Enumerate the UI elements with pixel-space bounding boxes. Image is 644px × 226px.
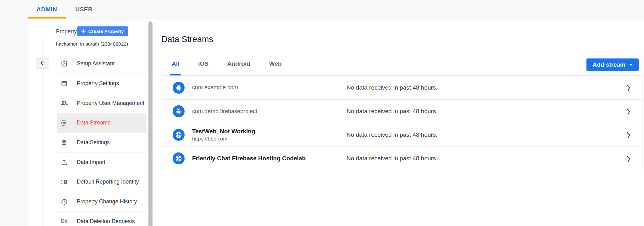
stream-list: com.example.com No data received in past…	[162, 76, 642, 170]
property-menu: Setup Assistant Property Settings Proper…	[57, 54, 147, 226]
history-icon	[60, 198, 68, 206]
sidebar-item-label: Data Streams	[77, 119, 110, 126]
android-stream-icon	[173, 105, 185, 117]
database-icon	[60, 139, 68, 146]
tab-android[interactable]: Android	[227, 52, 250, 75]
sidebar-item-label: Setup Assistant	[77, 60, 115, 67]
dd-icon: Dd	[60, 218, 68, 225]
data-streams-icon	[60, 119, 68, 127]
sidebar-item-data-settings[interactable]: Data Settings	[57, 133, 147, 152]
sidebar-item-label: Data Settings	[77, 139, 110, 146]
stream-name: com.example.com	[192, 84, 238, 91]
stream-status: No data received in past 48 hours.	[347, 155, 437, 162]
stream-name: TestWeb_Not Working	[192, 128, 255, 135]
add-stream-button[interactable]: Add stream	[586, 58, 639, 71]
caret-down-icon	[629, 64, 633, 66]
sidebar-item-label: Default Reporting Identity	[77, 179, 139, 185]
setup-assistant-icon	[60, 60, 68, 67]
identity-card-icon	[60, 178, 68, 186]
tab-web[interactable]: Web	[269, 52, 282, 75]
tab-all[interactable]: All	[172, 52, 179, 75]
create-property-label: Create Property	[88, 29, 124, 34]
tab-ios[interactable]: iOS	[198, 52, 208, 75]
active-tab-underline	[28, 17, 66, 19]
people-icon	[60, 99, 68, 107]
sidebar-item-property-settings[interactable]: Property Settings	[57, 74, 147, 93]
tab-admin[interactable]: ADMIN	[28, 0, 66, 19]
data-streams-card: AlliOSAndroidWeb Add stream com.example.…	[162, 52, 642, 170]
sidebar-item-data-deletion-requests[interactable]: Dd Data Deletion Requests	[57, 212, 147, 226]
sidebar-item-property-change-history[interactable]: Property Change History	[57, 192, 147, 212]
sidebar-item-label: Data Deletion Requests	[77, 218, 135, 225]
stream-row[interactable]: com.example.com No data received in past…	[162, 76, 642, 99]
android-stream-icon	[173, 82, 185, 94]
stream-status: No data received in past 48 hours.	[347, 84, 437, 91]
sidebar-item-default-reporting-identity[interactable]: Default Reporting Identity	[57, 172, 147, 192]
stream-status: No data received in past 48 hours.	[347, 108, 437, 115]
analytics-admin-page: ADMIN USER Property Create Property hack…	[0, 0, 644, 226]
chevron-right-icon[interactable]	[626, 108, 631, 114]
sidebar-scrollbar[interactable]	[148, 21, 153, 226]
stream-url: https://bbc.com	[192, 136, 255, 142]
sidebar-item-data-import[interactable]: Data Import	[57, 152, 147, 172]
sidebar-item-label: Property User Management	[77, 100, 144, 107]
left-rail	[0, 19, 28, 226]
create-property-button[interactable]: Create Property	[77, 26, 128, 36]
property-section-label: Property	[56, 28, 77, 35]
sidebar-item-property-user-management[interactable]: Property User Management	[57, 93, 147, 113]
page-title: Data Streams	[161, 35, 213, 44]
stream-filter-tabs: AlliOSAndroidWeb Add stream	[162, 52, 642, 76]
stream-row[interactable]: com.demo.firebaseproject No data receive…	[162, 99, 642, 123]
tab-user[interactable]: USER	[67, 0, 101, 19]
sidebar-item-label: Property Change History	[77, 198, 137, 205]
add-stream-label: Add stream	[592, 61, 625, 68]
stream-row[interactable]: Friendly Chat Firebase Hosting Codelab N…	[162, 146, 642, 170]
collapse-panel-button[interactable]	[36, 58, 49, 69]
sidebar-item-label: Property Settings	[77, 80, 119, 87]
chevron-right-icon[interactable]	[626, 85, 631, 91]
web-stream-icon	[173, 152, 185, 164]
sidebar-item-setup-assistant[interactable]: Setup Assistant	[57, 54, 147, 74]
arrow-left-icon	[39, 60, 46, 67]
sidebar-item-data-streams[interactable]: Data Streams	[57, 113, 147, 133]
upload-icon	[60, 158, 68, 166]
stream-row[interactable]: TestWeb_Not Working https://bbc.com No d…	[162, 123, 642, 146]
stream-status: No data received in past 48 hours.	[347, 131, 437, 138]
stream-name: Friendly Chat Firebase Hosting Codelab	[192, 155, 306, 162]
plus-icon	[81, 29, 86, 33]
chevron-right-icon[interactable]	[626, 155, 631, 162]
sidebar-item-label: Data Import	[77, 159, 105, 166]
chevron-right-icon[interactable]	[626, 132, 631, 138]
property-settings-icon	[60, 80, 68, 87]
property-name: hackathon-in-surath (238482022)	[56, 41, 128, 47]
divider	[57, 50, 147, 50]
web-stream-icon	[173, 129, 185, 141]
stream-name: com.demo.firebaseproject	[192, 108, 257, 115]
top-tab-bar: ADMIN USER	[0, 0, 644, 19]
